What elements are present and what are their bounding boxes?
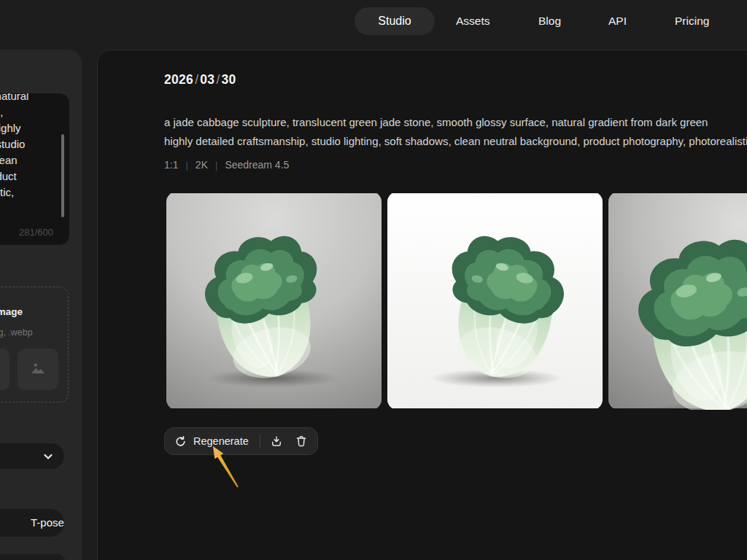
aspect-ratio: 1:1 [164,159,178,171]
tab-assets[interactable]: Assets [456,15,490,28]
image-toolbar: Regenerate [164,427,318,455]
prompt-input-text: smooth glossy surface, natural gradient … [0,93,66,201]
date-day: 30 [222,72,236,87]
sidebar: smooth glossy surface, natural gradient … [0,50,82,560]
meta-separator: | [215,160,217,171]
tab-pricing[interactable]: Pricing [675,15,709,28]
prompt-line: lighting, soft shadows, clean [0,152,66,168]
uploaded-image-slot[interactable] [0,349,9,390]
download-button[interactable] [270,435,283,448]
generation-meta: 1:1 | 2K | Seedream 4.5 [164,159,289,171]
delete-button[interactable] [295,435,308,448]
toolbar-divider [260,435,260,448]
prompt-text-line-1: a jade cabbage sculpture, translucent gr… [164,116,708,128]
generation-date: 2026/03/30 [164,72,236,88]
date-year: 2026 [164,72,193,87]
char-counter: 281/600 [19,227,53,238]
trash-icon [295,435,308,448]
prompt-line: neutral background, product [0,168,66,184]
meta-separator: | [185,160,187,171]
generated-image-3[interactable] [608,192,747,410]
tab-api[interactable]: API [608,15,627,28]
top-nav: Studio Assets Blog API Pricing [0,0,747,50]
prompt-line: photography, photorealistic, [0,184,66,201]
sidebar-bottom-divider [0,554,66,560]
generated-images-row [166,192,747,410]
refresh-icon [174,435,187,448]
prompt-line: light green to emerald, highly [0,120,66,136]
add-image-tile[interactable] [18,349,58,390]
image-icon [28,359,47,381]
reference-image-dropzone[interactable]: Reference image .png, .jpeg, .webp [0,287,69,402]
prompt-input[interactable]: smooth glossy surface, natural gradient … [0,93,69,245]
date-separator: / [214,72,221,87]
generated-image-1[interactable] [166,192,382,410]
prompt-line: detailed craftsmanship, studio [0,136,66,152]
download-icon [270,435,283,448]
regenerate-label: Regenerate [193,435,249,447]
date-separator: / [193,72,200,87]
upload-label: Reference image [0,306,23,317]
generated-image-2[interactable] [387,192,603,410]
chevron-down-icon [42,451,54,465]
resolution: 2K [196,159,208,171]
prompt-text-line-2: highly detailed craftsmanship, studio li… [164,135,747,147]
prompt-line: smooth glossy surface, natural [0,93,66,104]
regenerate-button[interactable]: Regenerate [174,435,249,448]
tab-studio-label: Studio [378,15,411,28]
model-dropdown[interactable] [0,443,64,469]
date-month: 03 [200,72,214,87]
prompt-scrollbar-thumb[interactable] [61,134,64,217]
t-pose-button[interactable]: T-pose [0,509,64,537]
tab-studio[interactable]: Studio [355,7,435,35]
tab-blog[interactable]: Blog [538,15,561,28]
prompt-line: gradient from dark green, [0,104,66,120]
model-name: Seedream 4.5 [225,159,289,171]
upload-formats: .png, .jpeg, .webp [0,327,33,338]
generation-panel: 2026/03/30 a jade cabbage sculpture, tra… [97,50,747,560]
t-pose-label: T-pose [31,516,64,529]
app-window: Studio Assets Blog API Pricing smooth gl… [0,0,747,560]
